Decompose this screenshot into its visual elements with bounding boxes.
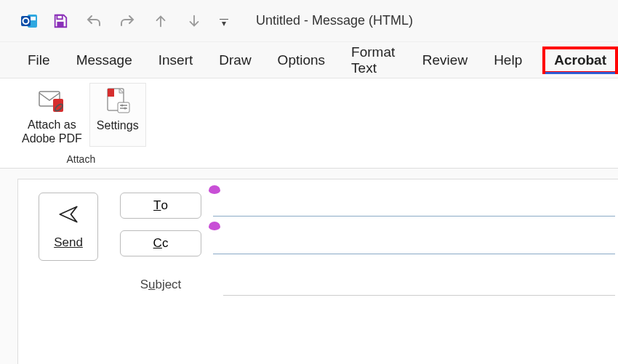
ribbon: Attach as Adobe PDF Settin <box>0 78 618 169</box>
cc-field[interactable] <box>213 232 615 254</box>
previous-item-icon[interactable] <box>150 10 172 32</box>
svg-rect-10 <box>108 89 114 97</box>
compose-area: Send To Cc Subject <box>0 169 618 364</box>
svg-rect-11 <box>118 102 129 113</box>
tab-review[interactable]: Review <box>421 49 469 71</box>
save-icon[interactable] <box>49 10 71 32</box>
ribbon-tabs: File Message Insert Draw Options Format … <box>0 42 618 78</box>
acrobat-settings-button[interactable]: Settings <box>89 83 146 147</box>
outlook-icon <box>20 12 38 30</box>
window-title: Untitled - Message (HTML) <box>256 13 413 28</box>
tab-file[interactable]: File <box>26 49 52 71</box>
tab-help[interactable]: Help <box>492 49 523 71</box>
ribbon-group-attach: Attach as Adobe PDF Settin <box>16 78 146 168</box>
title-bar: ― ▾ Untitled - Message (HTML) <box>0 0 618 42</box>
svg-point-14 <box>121 105 123 107</box>
cc-button[interactable]: Cc <box>120 230 201 256</box>
next-item-icon[interactable] <box>183 10 205 32</box>
compose-panel: Send To Cc Subject <box>17 179 618 364</box>
qat-overflow-icon[interactable]: ― ▾ <box>217 14 231 28</box>
settings-label: Settings <box>97 118 139 132</box>
tab-insert[interactable]: Insert <box>157 49 195 71</box>
subject-field[interactable] <box>223 274 615 296</box>
tab-message[interactable]: Message <box>75 49 134 71</box>
presence-indicator-icon <box>209 185 220 194</box>
envelope-pdf-icon <box>37 86 66 115</box>
svg-point-15 <box>124 108 126 110</box>
send-button[interactable]: Send <box>39 193 98 261</box>
redo-icon[interactable] <box>116 10 138 32</box>
subject-label: Subject <box>120 278 201 292</box>
tab-draw[interactable]: Draw <box>217 49 252 71</box>
send-label: Send <box>54 235 83 250</box>
svg-rect-4 <box>57 15 62 19</box>
to-field[interactable] <box>213 195 615 217</box>
attach-as-adobe-pdf-button[interactable]: Attach as Adobe PDF <box>16 83 88 145</box>
tab-options[interactable]: Options <box>276 49 326 71</box>
tab-format-text[interactable]: Format Text <box>350 41 398 79</box>
attach-as-pdf-label-2: Adobe PDF <box>22 132 82 145</box>
ribbon-group-label: Attach <box>67 153 96 166</box>
presence-indicator-icon <box>209 222 220 230</box>
send-icon <box>58 204 79 228</box>
undo-icon[interactable] <box>83 10 105 32</box>
pdf-settings-icon <box>103 86 132 116</box>
to-button[interactable]: To <box>120 193 201 219</box>
attach-as-pdf-label-1: Attach as <box>28 118 76 132</box>
svg-rect-5 <box>57 21 63 26</box>
address-fields: To Cc Subject <box>120 193 618 364</box>
tab-acrobat[interactable]: Acrobat <box>542 46 618 74</box>
